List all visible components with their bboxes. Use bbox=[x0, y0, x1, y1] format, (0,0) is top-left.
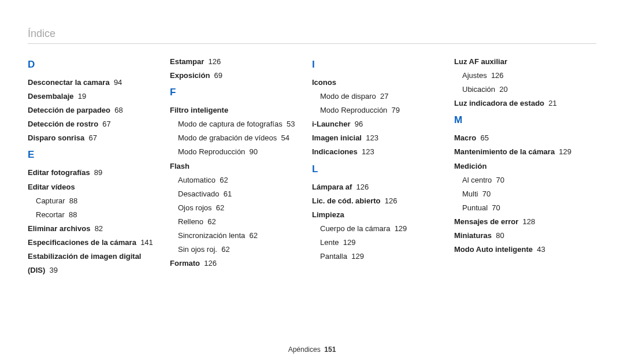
index-subterm: Multi bbox=[462, 190, 478, 198]
index-entry[interactable]: (DIS) 39 bbox=[28, 264, 158, 277]
index-subentry[interactable]: Automatico 62 bbox=[170, 174, 300, 187]
index-subterm: Recortar bbox=[36, 210, 65, 219]
index-term: Filtro inteligente bbox=[170, 106, 228, 114]
index-page: 94 bbox=[114, 78, 122, 87]
index-subentry[interactable]: Modo de grabación de vídeos 54 bbox=[170, 132, 300, 144]
index-term: Estampar bbox=[170, 57, 204, 66]
index-entry: Filtro inteligente bbox=[170, 104, 300, 117]
index-page: 62 bbox=[250, 231, 258, 240]
index-subterm: Modo Reproducción bbox=[320, 106, 387, 114]
index-term: Lic. de cód. abierto bbox=[312, 196, 380, 205]
index-page: 126 bbox=[208, 57, 221, 66]
index-entry[interactable]: Formato 126 bbox=[170, 257, 300, 270]
index-page: 129 bbox=[343, 238, 356, 247]
index-entry[interactable]: i-Launcher 96 bbox=[312, 118, 443, 131]
index-subterm: Lente bbox=[320, 238, 339, 247]
index-subterm: Sin ojos roj. bbox=[178, 245, 217, 254]
index-term: Iconos bbox=[312, 78, 336, 87]
index-entry: Iconos bbox=[312, 76, 443, 89]
index-term: Miniaturas bbox=[454, 231, 492, 240]
index-term: (DIS) bbox=[28, 266, 45, 274]
index-page: 79 bbox=[392, 106, 400, 114]
index-term: Luz AF auxiliar bbox=[454, 57, 507, 66]
index-subentry[interactable]: Recortar 88 bbox=[28, 209, 158, 221]
index-subentry[interactable]: Puntual 70 bbox=[454, 202, 585, 214]
index-page: 96 bbox=[355, 120, 363, 128]
index-entry[interactable]: Mantenimiento de la cámara 129 bbox=[454, 146, 585, 158]
index-subentry[interactable]: Ubicación 20 bbox=[454, 83, 585, 96]
index-subentry[interactable]: Ajustes 126 bbox=[454, 69, 585, 82]
index-entry[interactable]: Desembalaje 19 bbox=[28, 90, 158, 103]
index-subentry[interactable]: Sincronización lenta 62 bbox=[170, 229, 300, 242]
index-page: 129 bbox=[559, 147, 571, 156]
index-subterm: Sincronización lenta bbox=[178, 231, 245, 240]
index-subentry[interactable]: Desactivado 61 bbox=[170, 188, 300, 200]
index-subentry[interactable]: Pantalla 129 bbox=[312, 250, 443, 263]
index-page: 82 bbox=[95, 224, 103, 233]
index-subentry[interactable]: Multi 70 bbox=[454, 188, 585, 200]
index-entry[interactable]: Lámpara af 126 bbox=[312, 181, 443, 194]
index-entry[interactable]: Detección de parpadeo 68 bbox=[28, 104, 158, 117]
index-letter-l: L bbox=[312, 164, 443, 175]
index-entry[interactable]: Eliminar archivos 82 bbox=[28, 222, 158, 235]
page-header-title: Índice bbox=[28, 28, 596, 40]
index-page: 126 bbox=[385, 196, 398, 205]
index-entry: Luz AF auxiliar bbox=[454, 55, 585, 68]
index-term: Formato bbox=[170, 259, 200, 268]
index-entry[interactable]: Miniaturas 80 bbox=[454, 229, 585, 242]
index-entry[interactable]: Exposición 69 bbox=[170, 69, 300, 82]
index-subentry[interactable]: Ojos rojos 62 bbox=[170, 202, 300, 214]
index-entry[interactable]: Mensajes de error 128 bbox=[454, 216, 585, 228]
index-entry[interactable]: Indicaciones 123 bbox=[312, 146, 443, 158]
index-subterm: Relleno bbox=[178, 217, 203, 226]
index-page: 80 bbox=[496, 231, 504, 240]
index-page: 90 bbox=[250, 147, 258, 156]
index-subentry[interactable]: Modo Reproducción 79 bbox=[312, 104, 443, 117]
index-term: Disparo sonrisa bbox=[28, 133, 84, 142]
index-subentry[interactable]: Modo de disparo 27 bbox=[312, 90, 443, 103]
index-subentry[interactable]: Al centro 70 bbox=[454, 174, 585, 187]
index-entry[interactable]: Lic. de cód. abierto 126 bbox=[312, 195, 443, 207]
index-entry: Limpieza bbox=[312, 209, 443, 221]
index-term: Macro bbox=[454, 133, 476, 142]
index-subterm: Cuerpo de la cámara bbox=[320, 224, 390, 233]
index-page: 126 bbox=[204, 259, 217, 268]
index-entry[interactable]: Luz indicadora de estado 21 bbox=[454, 97, 585, 110]
index-entry[interactable]: Imagen inicial 123 bbox=[312, 132, 443, 144]
index-page: 61 bbox=[224, 190, 232, 198]
index-page: 43 bbox=[537, 245, 545, 254]
index-subentry[interactable]: Lente 129 bbox=[312, 236, 443, 249]
index-page: 21 bbox=[548, 99, 556, 107]
index-entry[interactable]: Especificaciones de la cámara 141 bbox=[28, 236, 158, 249]
index-page: 19 bbox=[78, 92, 86, 101]
index-term: Desconectar la camara bbox=[28, 78, 110, 87]
index-page: 62 bbox=[221, 245, 229, 254]
index-letter-d: D bbox=[28, 59, 158, 70]
index-entry[interactable]: Estampar 126 bbox=[170, 55, 300, 68]
index-subentry[interactable]: Cuerpo de la cámara 129 bbox=[312, 222, 443, 235]
index-subentry[interactable]: Relleno 62 bbox=[170, 216, 300, 228]
index-subentry[interactable]: Capturar 88 bbox=[28, 195, 158, 207]
index-entry[interactable]: Desconectar la camara 94 bbox=[28, 76, 158, 89]
index-page: 62 bbox=[207, 217, 216, 226]
index-entry[interactable]: Editar fotografías 89 bbox=[28, 166, 158, 179]
index-term: Indicaciones bbox=[312, 147, 358, 156]
index-entry[interactable]: Macro 65 bbox=[454, 132, 585, 144]
index-entry[interactable]: Disparo sonrisa 67 bbox=[28, 132, 158, 144]
index-subentry[interactable]: Modo Reproducción 90 bbox=[170, 146, 300, 158]
index-term: Editar vídeos bbox=[28, 183, 75, 191]
footer-section: Apéndices bbox=[288, 346, 321, 354]
index-subentry[interactable]: Sin ojos roj. 62 bbox=[170, 243, 300, 256]
index-page: 129 bbox=[395, 224, 407, 233]
index-subterm: Modo de captura de fotografías bbox=[178, 120, 283, 128]
index-page: 53 bbox=[287, 120, 295, 128]
index-page: 123 bbox=[362, 147, 374, 156]
index-page: 128 bbox=[523, 217, 536, 226]
index-subentry[interactable]: Modo de captura de fotografías 53 bbox=[170, 118, 300, 131]
index-term: Exposición bbox=[170, 71, 210, 80]
index-page: 69 bbox=[214, 71, 222, 80]
index-entry[interactable]: Modo Auto inteligente 43 bbox=[454, 243, 585, 256]
index-entry[interactable]: Detección de rostro 67 bbox=[28, 118, 158, 131]
index-term: Modo Auto inteligente bbox=[454, 245, 533, 254]
index-entry: Flash bbox=[170, 160, 300, 173]
